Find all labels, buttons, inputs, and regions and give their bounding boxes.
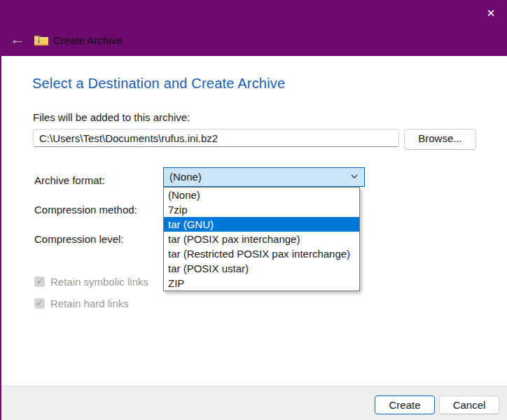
archive-format-label: Archive format: <box>34 174 105 186</box>
back-arrow-icon[interactable]: ← <box>7 29 28 50</box>
dropdown-option-highlighted[interactable]: tar (GNU) <box>164 217 359 232</box>
dropdown-option[interactable]: tar (POSIX pax interchange) <box>164 232 359 246</box>
combobox-value: (None) <box>169 171 202 183</box>
dialog-content: Select a Destination and Create Archive … <box>1 56 507 386</box>
zip-folder-icon <box>34 33 49 47</box>
create-archive-window: ✕ ← Create Archive Select a Destination … <box>0 0 507 420</box>
dropdown-option[interactable]: tar (Restricted POSIX pax interchange) <box>164 246 359 261</box>
browse-button[interactable]: Browse... <box>404 129 476 150</box>
create-button[interactable]: Create <box>375 396 435 414</box>
titlebar: ✕ ← Create Archive <box>0 0 507 56</box>
dropdown-option[interactable]: (None) <box>164 188 359 202</box>
window-title: Create Archive <box>53 34 122 46</box>
dialog-footer: Create Cancel <box>1 386 507 420</box>
retain-symbolic-links-checkbox[interactable]: ✓ Retain symbolic links <box>34 275 148 288</box>
checkbox-label: Retain hard links <box>50 298 129 309</box>
dropdown-option[interactable]: ZIP <box>164 276 359 290</box>
chevron-down-icon <box>350 172 359 181</box>
dropdown-option[interactable]: tar (POSIX ustar) <box>164 261 359 276</box>
checkbox-check-icon: ✓ <box>34 276 45 287</box>
archive-format-combobox[interactable]: (None) <box>163 167 365 187</box>
archive-path-input[interactable] <box>33 129 399 147</box>
checkbox-label: Retain symbolic links <box>50 276 148 288</box>
files-label: Files will be added to this archive: <box>33 111 190 123</box>
cancel-button[interactable]: Cancel <box>439 396 499 414</box>
compression-level-label: Compression level: <box>34 233 124 245</box>
archive-format-dropdown: (None) 7zip tar (GNU) tar (POSIX pax int… <box>163 187 360 291</box>
retain-hard-links-checkbox[interactable]: ✓ Retain hard links <box>34 297 129 309</box>
page-title: Select a Destination and Create Archive <box>32 76 285 92</box>
close-icon[interactable]: ✕ <box>480 4 501 22</box>
checkbox-check-icon: ✓ <box>34 298 45 309</box>
compression-method-label: Compression method: <box>34 204 137 216</box>
window-left-border <box>0 0 1 420</box>
dropdown-option[interactable]: 7zip <box>164 202 359 217</box>
